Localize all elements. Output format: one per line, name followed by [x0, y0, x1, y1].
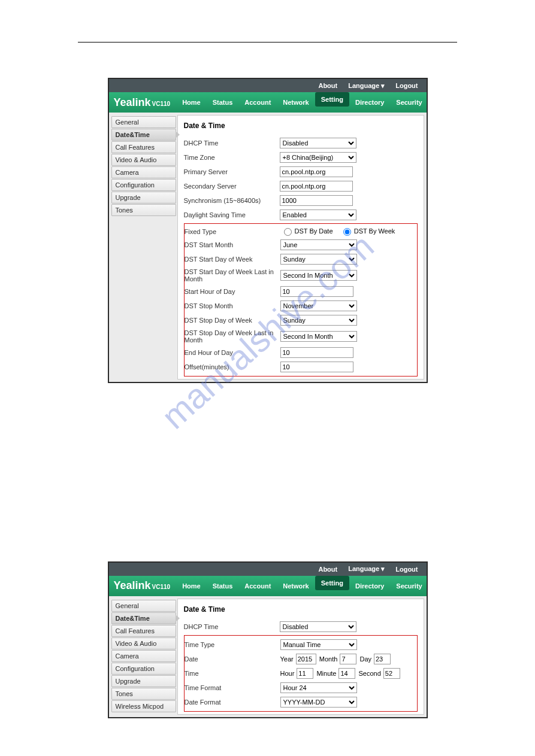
primary-server-input[interactable] — [280, 166, 353, 177]
dst-stop-dow-select[interactable]: Sunday — [280, 315, 357, 326]
dhcp-time-select[interactable]: Disabled — [280, 138, 356, 148]
dst-start-month-select[interactable]: June — [280, 239, 357, 250]
dst-stop-month-select[interactable]: November — [280, 300, 357, 311]
dst-start-dowlm-select[interactable]: Second In Month — [280, 270, 357, 281]
fixed-type-label: Fixed Type — [185, 228, 280, 235]
tab-setting[interactable]: Setting — [315, 92, 349, 107]
tab-network[interactable]: Network — [277, 576, 315, 596]
dst-start-dow-label: DST Start Day of Week — [185, 256, 280, 263]
second-input[interactable] — [383, 668, 400, 679]
sidebar-item-configuration[interactable]: Configuration — [111, 663, 176, 675]
tab-directory[interactable]: Directory — [349, 576, 390, 596]
tab-network[interactable]: Network — [277, 92, 315, 113]
time-format-label: Time Format — [185, 684, 280, 691]
offset-input[interactable] — [280, 362, 353, 372]
dst-start-dowlm-label: DST Start Day of Week Last in Month — [185, 268, 280, 283]
screenshot-1: About Language ▾ Logout YealinkVC110 Hom… — [108, 78, 427, 382]
dhcp-time-label: DHCP Time — [184, 623, 280, 630]
dst-by-date-radio[interactable]: DST By Date — [280, 227, 333, 235]
sidebar-item-tones[interactable]: Tones — [111, 204, 176, 216]
tab-status[interactable]: Status — [207, 576, 239, 596]
tab-status[interactable]: Status — [207, 92, 239, 113]
navbar: YealinkVC110 Home Status Account Network… — [109, 576, 427, 596]
brand-logo: YealinkVC110 — [109, 96, 171, 109]
date-format-select[interactable]: YYYY-MM-DD — [280, 697, 357, 708]
page-title: Date & Time — [184, 122, 418, 130]
month-label: Month — [319, 655, 338, 663]
time-type-select[interactable]: Manual Time — [280, 639, 357, 650]
year-label: Year — [280, 655, 294, 663]
dst-label: Daylight Saving Time — [184, 211, 280, 218]
about-link[interactable]: About — [318, 566, 337, 573]
start-hour-label: Start Hour of Day — [185, 288, 280, 295]
second-label: Second — [359, 670, 381, 677]
end-hour-input[interactable] — [280, 347, 353, 358]
time-format-select[interactable]: Hour 24 — [280, 682, 357, 693]
sidebar-item-configuration[interactable]: Configuration — [111, 179, 176, 191]
dst-by-week-radio[interactable]: DST By Week — [340, 227, 395, 235]
primary-server-label: Primary Server — [184, 168, 280, 175]
dst-stop-dowlm-label: DST Stop Day of Week Last in Month — [185, 329, 280, 344]
sidebar-item-general[interactable]: General — [111, 600, 176, 612]
sidebar-item-upgrade[interactable]: Upgrade — [111, 675, 176, 687]
secondary-server-input[interactable] — [280, 181, 353, 192]
dst-select[interactable]: Enabled — [280, 210, 356, 220]
secondary-server-label: Secondary Server — [184, 183, 280, 190]
language-menu[interactable]: Language ▾ — [348, 82, 385, 90]
tab-home[interactable]: Home — [176, 576, 207, 596]
dst-start-month-label: DST Start Month — [185, 241, 280, 248]
content-panel: Date & Time DHCP Time Disabled Time Zone… — [177, 115, 424, 379]
timezone-label: Time Zone — [184, 154, 280, 161]
navbar: YealinkVC110 Home Status Account Network… — [109, 92, 427, 113]
date-label: Date — [185, 655, 280, 663]
timezone-select[interactable]: +8 China(Beijing) — [280, 152, 356, 163]
start-hour-input[interactable] — [280, 286, 353, 297]
sidebar: General Date&Time Call Features Video & … — [109, 113, 176, 382]
sidebar-item-tones[interactable]: Tones — [111, 688, 176, 700]
dst-start-dow-select[interactable]: Sunday — [280, 254, 357, 265]
tab-home[interactable]: Home — [176, 92, 207, 113]
tab-account[interactable]: Account — [238, 92, 277, 113]
dhcp-time-label: DHCP Time — [184, 139, 280, 147]
offset-label: Offset(minutes) — [185, 363, 280, 371]
sidebar-item-upgrade[interactable]: Upgrade — [111, 192, 176, 204]
synchronism-input[interactable] — [280, 195, 353, 206]
tab-directory[interactable]: Directory — [349, 92, 390, 113]
about-link[interactable]: About — [318, 82, 337, 89]
month-input[interactable] — [340, 654, 356, 664]
sidebar-item-datetime[interactable]: Date&Time — [111, 612, 176, 624]
logout-link[interactable]: Logout — [395, 82, 418, 89]
day-input[interactable] — [374, 654, 391, 664]
page-title: Date & Time — [184, 605, 418, 614]
tab-setting[interactable]: Setting — [315, 576, 349, 590]
hour-input[interactable] — [297, 668, 313, 679]
topbar: About Language ▾ Logout — [109, 563, 427, 576]
time-label: Time — [185, 670, 280, 677]
day-label: Day — [359, 655, 371, 663]
sidebar-item-camera[interactable]: Camera — [111, 166, 176, 178]
sidebar-item-wireless-micpod[interactable]: Wireless Micpod — [111, 700, 176, 712]
dhcp-time-select[interactable]: Disabled — [280, 621, 356, 632]
year-input[interactable] — [296, 654, 316, 664]
sidebar: General Date&Time Call Features Video & … — [109, 596, 176, 717]
logout-link[interactable]: Logout — [395, 566, 418, 573]
sidebar-item-datetime[interactable]: Date&Time — [111, 129, 176, 141]
tab-security[interactable]: Security — [390, 92, 428, 113]
tab-account[interactable]: Account — [238, 576, 277, 596]
dst-stop-dowlm-select[interactable]: Second In Month — [280, 331, 357, 342]
language-menu[interactable]: Language ▾ — [348, 565, 385, 573]
content-panel: Date & Time DHCP Time Disabled Time Type… — [177, 599, 424, 715]
date-format-label: Date Format — [185, 699, 280, 706]
end-hour-label: End Hour of Day — [185, 349, 280, 356]
minute-input[interactable] — [338, 668, 355, 679]
tab-security[interactable]: Security — [390, 576, 428, 596]
screenshot-2: About Language ▾ Logout YealinkVC110 Hom… — [108, 562, 427, 718]
topbar: About Language ▾ Logout — [109, 79, 427, 92]
sidebar-item-camera[interactable]: Camera — [111, 650, 176, 662]
sidebar-item-callfeatures[interactable]: Call Features — [111, 625, 176, 637]
dst-stop-month-label: DST Stop Month — [185, 302, 280, 309]
sidebar-item-callfeatures[interactable]: Call Features — [111, 141, 176, 153]
sidebar-item-videoaudio[interactable]: Video & Audio — [111, 637, 176, 649]
sidebar-item-videoaudio[interactable]: Video & Audio — [111, 154, 176, 166]
sidebar-item-general[interactable]: General — [111, 116, 176, 128]
